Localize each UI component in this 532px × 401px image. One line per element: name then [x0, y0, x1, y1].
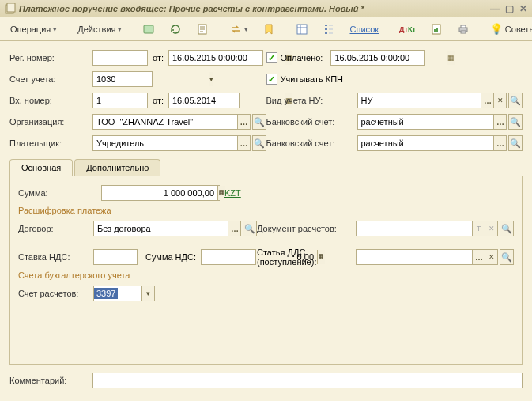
incoming-date-input[interactable]: ▦	[168, 93, 240, 108]
chevron-down-icon[interactable]: ▾	[141, 286, 154, 301]
bulb-icon: 💡	[490, 23, 503, 35]
calendar-icon[interactable]: ▦	[447, 51, 455, 65]
dots-icon[interactable]: …	[493, 136, 506, 150]
svg-rect-2	[144, 25, 153, 33]
app-icon	[5, 3, 16, 14]
maximize-button[interactable]: ▢	[505, 4, 514, 13]
accounting-type-label: Вид учета НУ:	[266, 96, 357, 105]
toolbar: Операция▾ Действия▾ ▾ Список ДтКт 💡Совет…	[0, 17, 532, 41]
incoming-num-input[interactable]	[92, 93, 148, 108]
sheet-icon[interactable]	[191, 21, 214, 38]
dots-icon[interactable]: …	[237, 115, 250, 129]
from-label-2: от:	[153, 96, 164, 105]
structure-icon[interactable]	[317, 21, 341, 38]
paid-label: Оплачено:	[281, 53, 323, 62]
magnify-icon[interactable]: 🔍	[252, 114, 266, 130]
reg-date-input[interactable]: ▦	[168, 50, 263, 66]
organisation-label: Организация:	[9, 117, 92, 127]
incoming-num-label: Вх. номер:	[9, 96, 92, 105]
form-icon[interactable]	[290, 21, 314, 38]
vat-rate-input[interactable]: … ✕	[93, 249, 138, 265]
print-icon[interactable]	[451, 21, 475, 38]
magnify-icon[interactable]: 🔍	[508, 135, 523, 151]
payer-input[interactable]: …	[92, 135, 251, 151]
bank-account-2-input[interactable]: …	[357, 135, 507, 151]
dds-item-label: Статья ДДС	[257, 248, 356, 257]
refresh-icon[interactable]	[164, 21, 187, 38]
svg-rect-1	[7, 3, 15, 12]
clear-icon[interactable]: ✕	[493, 93, 506, 108]
report-icon[interactable]	[424, 21, 448, 38]
window-title: Платежное поручение входящее: Прочие рас…	[19, 4, 485, 13]
bank-account-1-input[interactable]: …	[357, 114, 507, 130]
window-controls: — ▢ ✕	[490, 4, 527, 13]
dds-item-input[interactable]: … ✕	[356, 249, 498, 265]
currency-link[interactable]: KZT	[224, 188, 241, 198]
t-icon[interactable]: T	[472, 221, 485, 236]
account-input[interactable]: ▾	[92, 71, 153, 87]
tips-button[interactable]: 💡Советы	[485, 21, 532, 38]
dots-icon[interactable]: …	[481, 93, 493, 108]
magnify-icon[interactable]: 🔍	[500, 249, 514, 265]
magnify-icon[interactable]: 🔍	[252, 135, 266, 151]
reg-num-label: Рег. номер:	[9, 53, 92, 62]
from-label-1: от:	[153, 53, 164, 62]
kpn-checkbox[interactable]	[266, 74, 277, 85]
decipher-section-title: Расшифровка платежа	[18, 206, 514, 215]
vat-sum-label: Сумма НДС:	[145, 252, 196, 262]
bank-account-1-label: Банковский счет:	[266, 117, 357, 127]
paid-date-input[interactable]: ▦	[330, 50, 425, 66]
sum-input[interactable]: 🖩	[101, 185, 220, 201]
paid-checkbox[interactable]	[266, 52, 277, 63]
close-button[interactable]: ✕	[519, 4, 527, 13]
contract-input[interactable]: …	[93, 221, 241, 236]
organisation-input[interactable]: …	[92, 114, 251, 130]
book-icon[interactable]	[137, 21, 160, 38]
magnify-icon[interactable]: 🔍	[508, 93, 523, 108]
dots-icon[interactable]: …	[228, 221, 240, 236]
comment-input[interactable]	[92, 373, 523, 388]
settlement-account-label: Счет расчетов:	[18, 289, 93, 298]
tab-main-content: Сумма: 🖩 KZT Расшифровка платежа Договор…	[9, 176, 523, 365]
tab-additional[interactable]: Дополнительно	[74, 159, 160, 176]
accounting-type-input[interactable]: … ✕	[357, 93, 507, 108]
dots-icon[interactable]: …	[493, 115, 506, 129]
settlements-doc-label: Документ расчетов:	[257, 224, 356, 233]
dots-icon[interactable]: …	[472, 250, 485, 264]
minimize-button[interactable]: —	[490, 4, 500, 13]
actions-dropdown[interactable]: Действия▾	[72, 21, 127, 38]
sum-label: Сумма:	[18, 188, 101, 198]
clear-icon[interactable]: ✕	[485, 250, 497, 264]
dots-icon[interactable]: …	[237, 136, 250, 150]
payer-label: Плательщик:	[9, 138, 92, 148]
svg-rect-10	[461, 31, 466, 33]
magnify-icon[interactable]: 🔍	[508, 114, 523, 130]
bank-account-2-label: Банковский счет:	[266, 138, 357, 148]
account-label: Счет учета:	[9, 74, 92, 84]
list-button[interactable]: Список	[344, 21, 384, 38]
reg-num-input[interactable]	[92, 50, 148, 66]
dtkt-icon[interactable]: ДтКт	[394, 21, 421, 38]
vat-rate-label: Ставка НДС:	[18, 252, 93, 262]
svg-rect-4	[297, 25, 307, 34]
vat-sum-input[interactable]: 🖩	[201, 249, 256, 265]
clear-icon[interactable]: ✕	[485, 221, 497, 236]
settlement-account-input[interactable]: 3397 ▾	[93, 286, 155, 301]
reverse-icon[interactable]: ▾	[224, 21, 254, 38]
contract-label: Договор:	[18, 224, 93, 233]
tab-main[interactable]: Основная	[9, 159, 73, 176]
svg-rect-7	[436, 28, 438, 32]
operation-dropdown[interactable]: Операция▾	[5, 21, 62, 38]
chevron-down-icon[interactable]: ▾	[209, 72, 213, 86]
dds-item-sub-label: (поступление):	[257, 257, 356, 267]
svg-rect-6	[434, 29, 436, 32]
magnify-icon[interactable]: 🔍	[243, 221, 257, 236]
settlements-doc-input[interactable]: T ✕	[356, 221, 498, 236]
svg-rect-9	[461, 25, 466, 28]
magnify-icon[interactable]: 🔍	[500, 221, 514, 236]
kpn-label: Учитывать КПН	[281, 74, 344, 84]
bookmark-icon[interactable]	[257, 21, 281, 38]
comment-label: Комментарий:	[9, 376, 92, 385]
tab-bar: Основная Дополнительно	[9, 158, 523, 176]
form-body: Рег. номер: от: ▦ Оплачено: ▦ Счет учета…	[0, 41, 532, 401]
